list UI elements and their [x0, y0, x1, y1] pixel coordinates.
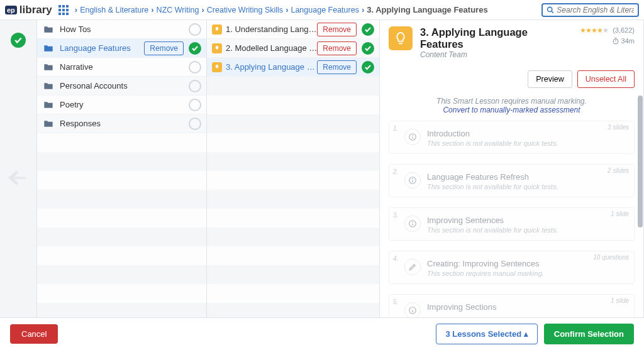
- folder-icon: [42, 25, 55, 35]
- svg-point-10: [413, 178, 413, 179]
- notice-text: This Smart Lesson requires manual markin…: [389, 97, 635, 106]
- workspace: How Tos Language Features Remove Narrati…: [0, 20, 644, 317]
- select-circle-checked[interactable]: [362, 23, 374, 36]
- folder-row[interactable]: Language Features Remove: [37, 39, 206, 58]
- svg-line-1: [552, 11, 553, 13]
- folder-label: Responses: [60, 119, 184, 128]
- rating-stars-icon: ★★★★★: [580, 26, 608, 34]
- stopwatch-icon: [612, 37, 619, 45]
- svg-point-7: [413, 135, 413, 136]
- info-icon: [404, 302, 421, 319]
- remove-button[interactable]: Remove: [317, 23, 357, 36]
- folder-icon: [42, 62, 55, 72]
- lesson-label: 1. Understanding Languag…: [226, 25, 317, 34]
- scrollbar[interactable]: [638, 20, 643, 317]
- left-rail: [0, 20, 36, 317]
- detail-header: 3. Applying Language Features Content Te…: [389, 26, 635, 59]
- breadcrumb-link[interactable]: NZC Writing: [157, 6, 199, 14]
- convert-link[interactable]: Convert to manually-marked assessment: [443, 106, 580, 114]
- section-card[interactable]: 3. 1 slide Improving SentencesThis secti…: [389, 207, 635, 241]
- lightbulb-icon: [212, 43, 222, 53]
- folder-icon: [42, 43, 55, 53]
- notice: This Smart Lesson requires manual markin…: [389, 97, 635, 114]
- logo-prefix: ep: [5, 6, 17, 14]
- detail-panel: 3. Applying Language Features Content Te…: [380, 20, 643, 317]
- info-icon: [404, 216, 421, 232]
- lesson-label: 2. Modelled Language Feat…: [226, 43, 317, 53]
- duration: 34m: [580, 37, 635, 45]
- lightbulb-icon: [212, 62, 222, 72]
- remove-button[interactable]: Remove: [144, 41, 184, 55]
- folder-column: How Tos Language Features Remove Narrati…: [37, 20, 207, 317]
- folder-icon: [42, 100, 55, 110]
- select-circle-checked[interactable]: [362, 42, 374, 55]
- folder-row[interactable]: Personal Accounts: [37, 77, 206, 96]
- logo: ep library: [5, 4, 52, 16]
- select-circle[interactable]: [189, 118, 201, 130]
- svg-point-13: [413, 222, 413, 222]
- caret-up-icon: ▴: [524, 329, 528, 339]
- folder-label: Poetry: [60, 100, 184, 109]
- folder-row[interactable]: How Tos: [37, 20, 206, 39]
- top-bar: ep library › English & Literature › NZC …: [0, 0, 644, 20]
- search-input[interactable]: [557, 6, 634, 14]
- chevron-right-icon: ›: [75, 5, 77, 14]
- select-circle[interactable]: [189, 80, 201, 92]
- section-card[interactable]: 4. 10 questions Creating: Improving Sent…: [389, 251, 635, 284]
- footer: Cancel 3 Lessons Selected ▴ Confirm Sele…: [0, 317, 644, 350]
- breadcrumb-link[interactable]: Creative Writing Skills: [207, 6, 283, 14]
- svg-point-0: [548, 7, 552, 11]
- search-box[interactable]: [541, 3, 639, 17]
- rating-count: (3,622): [613, 26, 635, 34]
- folder-label: Language Features: [60, 43, 144, 53]
- select-circle[interactable]: [189, 99, 201, 111]
- select-circle[interactable]: [189, 61, 201, 74]
- lightbulb-icon: [212, 25, 222, 35]
- lesson-label: 3. Applying Language Feat…: [226, 62, 317, 72]
- lesson-row[interactable]: 3. Applying Language Feat… Remove: [207, 58, 379, 77]
- preview-button[interactable]: Preview: [528, 70, 572, 88]
- info-icon: [404, 172, 421, 189]
- folder-label: Personal Accounts: [60, 81, 184, 90]
- select-circle[interactable]: [189, 23, 201, 36]
- folder-row[interactable]: Responses: [37, 114, 206, 133]
- confirm-selection-button[interactable]: Confirm Selection: [544, 324, 634, 344]
- chevron-right-icon: ›: [362, 5, 364, 14]
- chevron-right-icon: ›: [201, 5, 204, 14]
- select-circle-checked[interactable]: [362, 61, 374, 74]
- breadcrumb-current: 3. Applying Language Features: [367, 5, 487, 14]
- pencil-icon: [404, 259, 421, 275]
- section-card[interactable]: 1. 3 slides IntroductionThis section is …: [389, 121, 635, 154]
- lesson-column: 1. Understanding Languag… Remove 2. Mode…: [207, 20, 380, 317]
- select-circle-checked[interactable]: [189, 42, 201, 55]
- remove-button[interactable]: Remove: [317, 60, 357, 74]
- section-card[interactable]: 2. 2 slides Language Features RefreshThi…: [389, 164, 635, 197]
- lesson-row[interactable]: 2. Modelled Language Feat… Remove: [207, 39, 379, 58]
- cancel-button[interactable]: Cancel: [10, 324, 58, 344]
- remove-button[interactable]: Remove: [317, 41, 357, 55]
- chevron-right-icon: ›: [286, 5, 288, 14]
- logo-text: library: [19, 4, 52, 16]
- detail-meta: ★★★★★ (3,622) 34m: [580, 26, 635, 59]
- check-badge-icon: [11, 33, 26, 48]
- folder-label: Narrative: [60, 62, 184, 72]
- folder-row[interactable]: Narrative: [37, 58, 206, 77]
- sections-list: 1. 3 slides IntroductionThis section is …: [389, 121, 635, 325]
- detail-title: 3. Applying Language Features: [420, 26, 572, 50]
- lesson-row[interactable]: 1. Understanding Languag… Remove: [207, 20, 379, 39]
- folder-row[interactable]: Poetry: [37, 96, 206, 114]
- folder-icon: [42, 81, 55, 91]
- panels: How Tos Language Features Remove Narrati…: [36, 20, 644, 317]
- scrollbar-thumb[interactable]: [638, 96, 643, 227]
- back-arrow-button[interactable]: [8, 167, 29, 190]
- chevron-right-icon: ›: [151, 5, 153, 14]
- lessons-selected-dropdown[interactable]: 3 Lessons Selected ▴: [436, 324, 537, 344]
- apps-grid-icon[interactable]: [58, 5, 69, 15]
- breadcrumb-link[interactable]: Language Features: [291, 6, 358, 14]
- folder-icon: [42, 119, 55, 129]
- breadcrumb-link[interactable]: English & Literature: [80, 6, 148, 14]
- search-icon: [547, 6, 554, 14]
- unselect-all-button[interactable]: Unselect All: [577, 70, 635, 88]
- detail-author: Content Team: [420, 50, 572, 59]
- info-icon: [404, 129, 421, 145]
